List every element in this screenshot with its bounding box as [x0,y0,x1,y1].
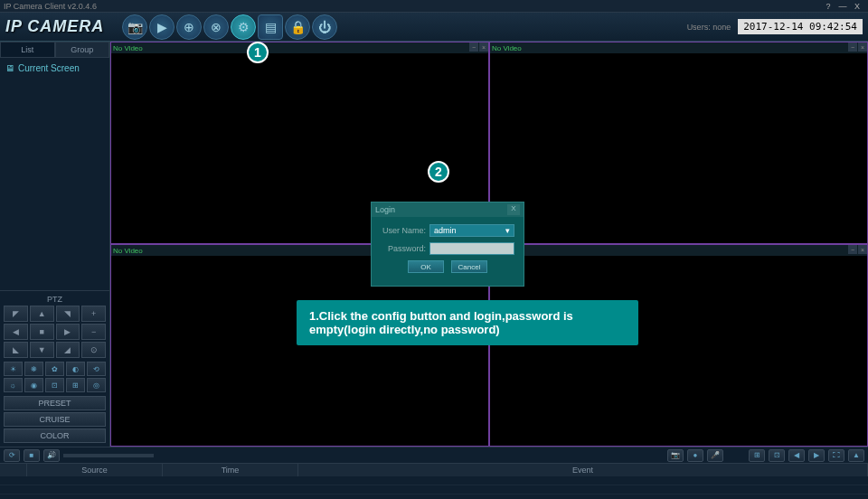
titlebar: IP Camera Client v2.0.4.6 ? — X [0,0,868,13]
col-source: Source [27,464,163,476]
playback-icon[interactable]: ⊕ [176,14,202,40]
ptz-down-left[interactable]: ◣ [4,342,28,358]
ptz-panel: PTZ ◤ ▲ ◥ + ◀ ■ ▶ − ◣ ▼ ◢ ⊙ ☀ ❋ ✿ ◐ ⟲ [0,290,109,447]
tree-item-current-screen[interactable]: 🖥 Current Screen [4,61,106,75]
func-6[interactable]: ☼ [4,378,23,392]
func-2[interactable]: ❋ [24,362,43,376]
func-9[interactable]: ⊞ [66,378,85,392]
ok-button[interactable]: OK [408,260,444,273]
annotation-badge-2: 2 [428,161,449,183]
password-input[interactable] [429,242,514,255]
stop-all-icon[interactable]: ■ [24,449,40,462]
device-tree: 🖥 Current Screen [0,58,109,290]
func-7[interactable]: ◉ [24,378,43,392]
color-button[interactable]: COLOR [4,428,106,443]
volume-icon[interactable]: 🔊 [43,449,60,462]
login-close-icon[interactable]: X [507,204,520,215]
tab-group[interactable]: Group [55,42,110,58]
cruise-button[interactable]: CRUISE [4,412,106,427]
sidebar: List Group 🖥 Current Screen PTZ ◤ ▲ ◥ + … [0,42,110,447]
video-pane-4[interactable]: No Video −× [489,244,868,447]
toolbar: 📷 ▶ ⊕ ⊗ ⚙ ▤ 🔒 ⏻ [122,14,337,40]
func-5[interactable]: ⟲ [87,362,106,376]
fullscreen-icon[interactable]: ⛶ [828,449,844,462]
ptz-up-right[interactable]: ◥ [56,306,80,322]
ptz-left[interactable]: ◀ [4,324,28,340]
table-row [0,485,868,494]
login-title: Login [375,205,395,214]
camera-icon[interactable]: 📷 [122,14,147,40]
pane-close-icon[interactable]: × [858,42,867,52]
minimize-button[interactable]: — [835,2,850,11]
snapshot-icon[interactable]: 📷 [667,449,684,462]
pane-min-icon[interactable]: − [848,42,857,52]
cancel-button[interactable]: Cancel [451,260,487,273]
col-event: Event [298,464,868,476]
login-dialog: Login X User Name: admin▾ Password: OK C… [371,202,524,287]
pane-close-icon[interactable]: × [479,42,488,52]
logo: IP CAMERA [5,17,104,36]
ptz-focus[interactable]: ⊙ [81,342,106,358]
instruction-annotation: 1.Click the config button and login,pass… [297,300,638,345]
no-video-label: No Video [492,44,522,52]
refresh-icon[interactable]: ⟳ [4,449,20,462]
layout-4-icon[interactable]: ⊡ [769,449,785,462]
func-1[interactable]: ☀ [4,362,23,376]
func-4[interactable]: ◐ [66,362,85,376]
ptz-title: PTZ [4,295,106,304]
remote-icon[interactable]: ⊗ [203,14,229,40]
func-3[interactable]: ✿ [45,362,64,376]
bottom-panel: ⟳ ■ 🔊 📷 ● 🎤 ⊞ ⊡ ◀ ▶ ⛶ ▲ Source Time Even… [0,447,868,499]
ptz-zoom-out[interactable]: − [81,324,106,340]
tree-label: Current Screen [18,63,80,73]
ptz-zoom-in[interactable]: + [81,306,106,322]
no-video-label: No Video [113,44,143,52]
col-time: Time [163,464,298,476]
username-label: User Name: [381,226,426,235]
layout-1-icon[interactable]: ⊞ [749,449,765,462]
log-icon[interactable]: ▤ [258,14,283,40]
password-label: Password: [381,244,426,253]
ptz-down-right[interactable]: ◢ [56,342,80,358]
ptz-up-left[interactable]: ◤ [4,306,28,322]
event-table: Source Time Event [0,464,868,499]
ptz-up[interactable]: ▲ [30,306,54,322]
annotation-badge-1: 1 [247,42,269,63]
col-icon [0,464,27,476]
config-icon[interactable]: ⚙ [231,14,256,40]
power-icon[interactable]: ⏻ [312,14,337,40]
pane-min-icon[interactable]: − [469,42,478,52]
lock-icon[interactable]: 🔒 [285,14,310,40]
func-8[interactable]: ⊡ [45,378,64,392]
help-button[interactable]: ? [821,2,835,11]
preset-button[interactable]: PRESET [4,396,106,410]
pane-min-icon[interactable]: − [848,245,857,254]
next-page-icon[interactable]: ▶ [808,449,825,462]
header: IP CAMERA 📷 ▶ ⊕ ⊗ ⚙ ▤ 🔒 ⏻ Users: none 20… [0,13,868,42]
ptz-stop[interactable]: ■ [30,324,54,340]
no-video-label: No Video [113,247,143,255]
close-button[interactable]: X [850,2,864,11]
username-select[interactable]: admin▾ [429,224,514,237]
playback-bar: ⟳ ■ 🔊 📷 ● 🎤 ⊞ ⊡ ◀ ▶ ⛶ ▲ [0,447,868,464]
video-pane-2[interactable]: No Video −× [489,42,868,244]
volume-slider[interactable] [63,454,154,457]
timestamp: 2017-12-14 09:42:54 [738,19,863,34]
func-10[interactable]: ◎ [87,378,106,392]
users-label: Users: none [687,23,731,32]
ptz-down[interactable]: ▼ [30,342,54,358]
record-icon[interactable]: ● [687,449,703,462]
app-name: IP Camera Client v2.0.4.6 [4,2,97,11]
tab-list[interactable]: List [0,42,55,58]
play-icon[interactable]: ▶ [149,14,175,40]
screen-icon: 🖥 [5,63,14,73]
prev-page-icon[interactable]: ◀ [788,449,805,462]
pane-close-icon[interactable]: × [858,245,867,254]
ptz-right[interactable]: ▶ [56,324,80,340]
table-row [0,476,868,485]
collapse-icon[interactable]: ▲ [848,449,864,462]
talk-icon[interactable]: 🎤 [707,449,723,462]
